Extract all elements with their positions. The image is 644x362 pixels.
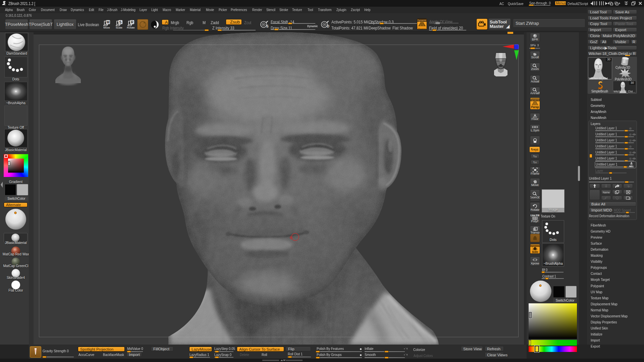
svg-text:S: S — [266, 24, 269, 28]
svg-text:Move: Move — [103, 26, 110, 29]
svg-text:D: D — [327, 24, 329, 28]
svg-text:Scale: Scale — [116, 26, 123, 29]
svg-text:S: S — [119, 20, 121, 24]
svg-text:R: R — [131, 20, 133, 24]
svg-text:M: M — [106, 20, 109, 24]
svg-text:Rotate: Rotate — [127, 26, 135, 29]
